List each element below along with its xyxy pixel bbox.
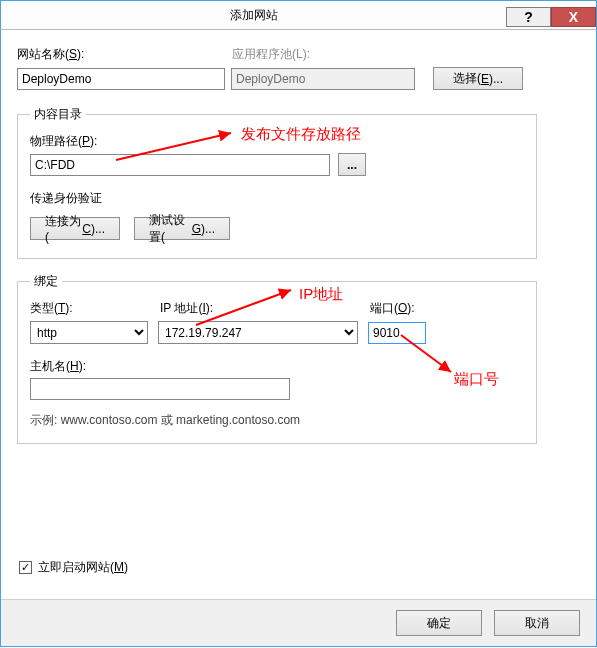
site-name-input[interactable] — [17, 68, 225, 90]
close-button[interactable]: X — [551, 7, 596, 27]
host-name-input[interactable] — [30, 378, 290, 400]
physical-path-input[interactable] — [30, 154, 330, 176]
connect-as-button[interactable]: 连接为(C)... — [30, 217, 120, 240]
physical-path-label: 物理路径(P): — [30, 133, 524, 150]
site-name-label: 网站名称(S): — [17, 46, 232, 63]
app-pool-input — [231, 68, 415, 90]
checkbox-box: ✓ — [19, 561, 32, 574]
ok-button[interactable]: 确定 — [396, 610, 482, 636]
binding-ip-select[interactable]: 172.19.79.247 — [158, 321, 358, 344]
start-website-label: 立即启动网站(M) — [38, 559, 128, 576]
binding-legend: 绑定 — [30, 273, 62, 290]
content-dir-group: 内容目录 物理路径(P): ... 传递身份验证 连接为(C)... 测试设置(… — [17, 106, 537, 259]
content-dir-legend: 内容目录 — [30, 106, 86, 123]
host-name-label: 主机名(H): — [30, 358, 524, 375]
binding-group: 绑定 类型(T): IP 地址(I): 端口(O): http 172.19.7… — [17, 273, 537, 444]
binding-type-select[interactable]: http — [30, 321, 148, 344]
select-app-pool-button[interactable]: 选择(E)... — [433, 67, 523, 90]
dialog-content: 网站名称(S): 应用程序池(L): 选择(E)... 内容目录 物理路径(P)… — [0, 30, 597, 647]
start-website-checkbox[interactable]: ✓ 立即启动网站(M) — [19, 559, 128, 576]
window-title: 添加网站 — [1, 7, 506, 24]
passthrough-auth-label: 传递身份验证 — [30, 190, 524, 207]
binding-port-input[interactable] — [368, 322, 426, 344]
browse-path-button[interactable]: ... — [338, 153, 366, 176]
app-pool-label: 应用程序池(L): — [232, 46, 310, 63]
close-icon: X — [569, 9, 578, 25]
title-bar: 添加网站 ? X — [0, 0, 597, 30]
binding-type-label: 类型(T): — [30, 300, 160, 317]
test-settings-button[interactable]: 测试设置(G)... — [134, 217, 230, 240]
cancel-button[interactable]: 取消 — [494, 610, 580, 636]
binding-port-label: 端口(O): — [370, 300, 415, 317]
host-name-example: 示例: www.contoso.com 或 marketing.contoso.… — [30, 412, 524, 429]
help-icon: ? — [524, 9, 533, 25]
binding-ip-label: IP 地址(I): — [160, 300, 370, 317]
dialog-footer: 确定 取消 — [1, 599, 596, 646]
help-button[interactable]: ? — [506, 7, 551, 27]
ellipsis-icon: ... — [347, 158, 357, 172]
